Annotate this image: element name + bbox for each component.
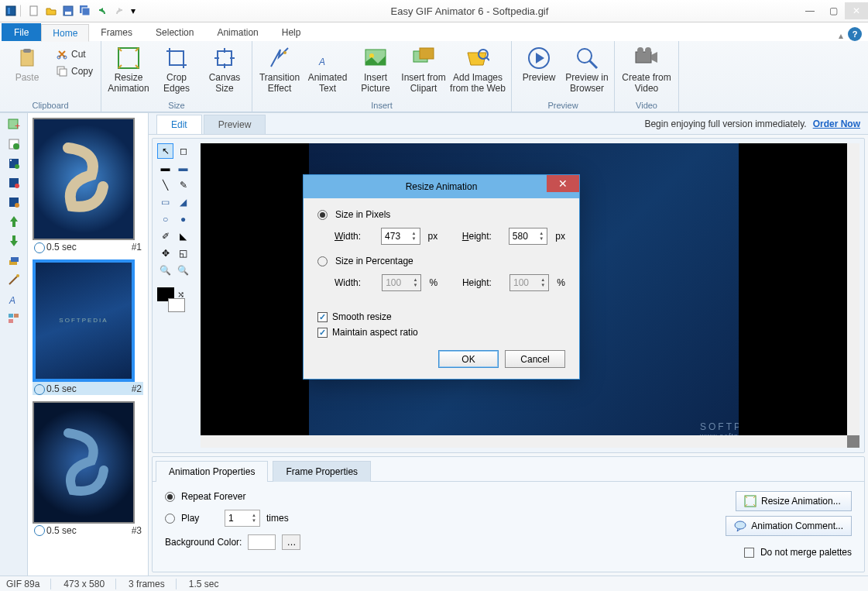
text-tool-icon[interactable]: A [5, 290, 23, 308]
app-icon[interactable] [3, 3, 19, 19]
size-pixels-radio[interactable] [317, 210, 328, 220]
help-icon[interactable]: ? [848, 27, 862, 41]
open-icon[interactable] [43, 3, 59, 19]
close-button[interactable]: ✕ [845, 2, 868, 19]
dialog-titlebar[interactable]: Resize Animation ✕ [304, 175, 579, 198]
svg-point-26 [645, 47, 651, 53]
maintain-aspect-checkbox[interactable] [317, 328, 328, 338]
insert-clipart-button[interactable]: Insert from Clipart [401, 43, 446, 97]
tab-frames[interactable]: Frames [89, 23, 144, 41]
frames-panel: 0.5 sec#1 SOFTPEDIA 0.5 sec#2 0.5 sec#3 [28, 113, 149, 576]
zoom-out-icon[interactable]: 🔍 [175, 263, 191, 278]
maximize-button[interactable]: ▢ [822, 2, 845, 19]
zoom-in-icon[interactable]: 🔍 [157, 263, 173, 278]
animated-text-button[interactable]: AAnimated Text [305, 43, 350, 97]
create-from-video-button[interactable]: Create from Video [619, 43, 674, 97]
preview-button[interactable]: Preview [516, 43, 561, 97]
play-count-input[interactable]: 1▲▼ [225, 510, 260, 527]
animation-comment-button[interactable]: Animation Comment... [726, 516, 852, 536]
bgcolor-browse-button[interactable]: … [282, 534, 300, 550]
cut-button[interactable]: Cut [53, 46, 96, 63]
frame-thumbnail[interactable]: SOFTPEDIA 0.5 sec#2 [33, 259, 143, 395]
new-icon[interactable] [26, 3, 42, 19]
move-tool-icon[interactable]: ✥ [157, 246, 173, 261]
canvas-size-button[interactable]: Canvas Size [202, 43, 247, 97]
status-dimensions: 473 x 580 [63, 579, 116, 589]
size-percentage-radio[interactable] [317, 256, 328, 266]
ellipse-tool-icon[interactable]: ○ [157, 211, 173, 227]
tab-animation[interactable]: Animation [205, 23, 269, 41]
transition-effect-button[interactable]: Transition Effect [257, 43, 302, 97]
background-color[interactable] [168, 298, 185, 312]
crop-edges-button[interactable]: Crop Edges [154, 43, 199, 97]
resize-animation-prop-button[interactable]: Resize Animation... [736, 491, 852, 511]
fillellipse-tool-icon[interactable]: ● [175, 211, 191, 227]
save-icon[interactable] [60, 3, 76, 19]
smooth-resize-checkbox[interactable] [317, 312, 328, 322]
pencil-tool-icon[interactable]: ✎ [175, 177, 191, 193]
ok-button[interactable]: OK [438, 350, 499, 368]
film-red-icon[interactable] [5, 174, 23, 191]
film-green-icon[interactable] [5, 155, 23, 172]
qat-separator [20, 5, 25, 17]
pointer-tool-icon[interactable]: ↖ [157, 143, 173, 159]
gradient-tool-icon[interactable]: ◢ [175, 194, 191, 210]
dialog-close-button[interactable]: ✕ [547, 175, 579, 192]
file-tab[interactable]: File [2, 23, 41, 41]
wand-icon[interactable] [5, 271, 23, 288]
add-blank-icon[interactable] [5, 136, 23, 153]
bucket-tool-icon[interactable]: ◣ [175, 228, 191, 244]
window-title: Easy GIF Animator 6 - Softpedia.gif [141, 5, 798, 17]
resize-animation-dialog: Resize Animation ✕ Size in Pixels Width:… [303, 174, 580, 380]
insert-picture-button[interactable]: Insert Picture [353, 43, 398, 97]
preview-browser-button[interactable]: Preview in Browser [564, 43, 609, 97]
vertical-scrollbar[interactable] [847, 143, 859, 435]
frame-properties-tab[interactable]: Frame Properties [273, 461, 371, 482]
width-px-input[interactable]: 473▲▼ [381, 228, 420, 245]
cancel-button[interactable]: Cancel [505, 350, 565, 368]
line-tool-icon[interactable]: ╲ [157, 177, 173, 193]
horizontal-scrollbar[interactable] [201, 435, 847, 448]
film-orange-icon[interactable] [5, 194, 23, 211]
undo-icon[interactable] [94, 3, 110, 19]
height-px-input[interactable]: 580▲▼ [509, 228, 547, 245]
rect2-tool-icon[interactable]: ▭ [157, 194, 173, 210]
paste-button[interactable]: Paste [5, 43, 50, 97]
layers-icon[interactable] [5, 252, 23, 269]
svg-rect-6 [82, 8, 90, 15]
preview-tab[interactable]: Preview [204, 115, 266, 134]
tab-home[interactable]: Home [41, 24, 89, 42]
add-frame-icon[interactable]: + [5, 116, 23, 133]
redo-icon[interactable] [112, 3, 127, 19]
move-down-icon[interactable] [5, 232, 23, 249]
move-up-icon[interactable] [5, 213, 23, 230]
fillrect-tool-icon[interactable]: ▬ [175, 160, 191, 176]
eyedropper-tool-icon[interactable]: ✐ [157, 228, 173, 244]
svg-rect-24 [636, 52, 651, 63]
marquee-tool-icon[interactable]: ◻ [175, 143, 191, 159]
crop-tool-icon[interactable]: ◱ [175, 246, 191, 261]
save-all-icon[interactable] [77, 3, 93, 19]
add-images-web-button[interactable]: Add Images from the Web [449, 43, 506, 97]
tab-selection[interactable]: Selection [144, 23, 205, 41]
edit-tab[interactable]: Edit [156, 115, 202, 134]
qat-dropdown-icon[interactable]: ▾ [129, 3, 138, 19]
merge-palettes-checkbox[interactable] [744, 548, 754, 558]
ribbon-tabs: File Home Frames Selection Animation Hel… [0, 22, 868, 41]
resize-animation-button[interactable]: Resize Animation [106, 43, 151, 97]
play-radio[interactable] [165, 514, 175, 524]
animation-properties-tab[interactable]: Animation Properties [156, 461, 268, 482]
minimize-button[interactable]: — [798, 2, 822, 19]
width-pct-input[interactable]: 100▲▼ [382, 274, 421, 291]
swatches-icon[interactable] [5, 310, 23, 327]
ribbon-collapse-icon[interactable]: ▴ [839, 30, 843, 41]
rect-tool-icon[interactable]: ▬ [157, 160, 173, 176]
frame-thumbnail[interactable]: 0.5 sec#1 [33, 118, 143, 253]
order-now-link[interactable]: Order Now [813, 119, 860, 129]
tab-help[interactable]: Help [270, 23, 313, 41]
frame-thumbnail[interactable]: 0.5 sec#3 [33, 401, 143, 537]
copy-button[interactable]: Copy [53, 63, 96, 80]
height-pct-input[interactable]: 100▲▼ [509, 274, 549, 291]
bgcolor-swatch[interactable] [248, 534, 276, 550]
repeat-forever-radio[interactable] [165, 492, 175, 502]
